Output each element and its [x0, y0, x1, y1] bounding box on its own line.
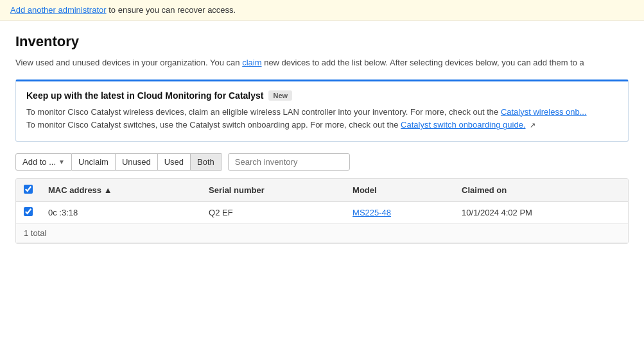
- new-badge: New: [268, 90, 292, 101]
- mac-address-header-label: MAC address ▲: [48, 185, 112, 195]
- claim-link[interactable]: claim: [242, 58, 261, 67]
- table-footer-row: 1 total: [16, 224, 628, 243]
- select-all-checkbox[interactable]: [24, 185, 33, 194]
- row-claimed-on: 10/1/2024 4:02 PM: [454, 202, 628, 224]
- header-checkbox-col: [16, 179, 40, 202]
- filter-both-button[interactable]: Both: [191, 153, 222, 171]
- main-content: Inventory View used and unused devices i…: [0, 21, 644, 257]
- model-header-label: Model: [352, 185, 377, 195]
- page-description: View used and unused devices in your org…: [15, 56, 629, 69]
- info-box-body: To monitor Cisco Catalyst wireless devic…: [26, 106, 618, 133]
- toolbar: Add to ... ▼ Unclaim Unused Used Both: [15, 153, 629, 171]
- inventory-table: MAC address ▲ Serial number Model Claime…: [16, 179, 628, 243]
- row-model: MS225-48: [345, 202, 454, 224]
- model-link[interactable]: MS225-48: [352, 208, 391, 217]
- info-line-2-text: To monitor Cisco Catalyst switches, use …: [26, 120, 401, 130]
- info-line-2: To monitor Cisco Catalyst switches, use …: [26, 119, 618, 132]
- search-box[interactable]: [228, 153, 350, 171]
- serial-number-header-label: Serial number: [209, 185, 265, 195]
- inventory-table-container: MAC address ▲ Serial number Model Claime…: [15, 178, 629, 244]
- table-header: MAC address ▲ Serial number Model Claime…: [16, 179, 628, 202]
- ext-link-icon: ↗: [530, 121, 535, 129]
- page-title: Inventory: [15, 33, 629, 50]
- row-mac-address: 0c :3:18: [40, 202, 201, 224]
- header-serial-number[interactable]: Serial number: [201, 179, 345, 202]
- header-model[interactable]: Model: [345, 179, 454, 202]
- row-checkbox-cell: [16, 202, 40, 224]
- info-line-1: To monitor Cisco Catalyst wireless devic…: [26, 106, 618, 119]
- total-count: 1 total: [16, 224, 628, 243]
- chevron-down-icon: ▼: [58, 158, 65, 165]
- claimed-on-header-label: Claimed on: [462, 185, 507, 195]
- mac-part-1: 0c: [48, 208, 57, 217]
- info-box: Keep up with the latest in Cloud Monitor…: [15, 80, 629, 142]
- unclaim-button[interactable]: Unclaim: [72, 153, 116, 171]
- serial-part-2: EF: [222, 208, 233, 217]
- desc-text-1: View used and unused devices in your org…: [15, 58, 242, 67]
- header-mac-address[interactable]: MAC address ▲: [40, 179, 201, 202]
- search-input[interactable]: [235, 157, 343, 167]
- catalyst-wireless-link[interactable]: Catalyst wireless onb...: [501, 107, 587, 117]
- info-box-heading: Keep up with the latest in Cloud Monitor…: [26, 90, 263, 101]
- table-body: 0c :3:18 Q2 EF MS225-48 10/1/2024 4:02 P…: [16, 202, 628, 243]
- row-checkbox[interactable]: [24, 207, 33, 216]
- table-row: 0c :3:18 Q2 EF MS225-48 10/1/2024 4:02 P…: [16, 202, 628, 224]
- catalyst-switch-link[interactable]: Catalyst switch onboarding guide.: [401, 120, 525, 130]
- info-line-1-text: To monitor Cisco Catalyst wireless devic…: [26, 107, 501, 117]
- filter-used-button[interactable]: Used: [158, 153, 191, 171]
- add-admin-link[interactable]: Add another administrator: [10, 5, 107, 15]
- desc-text-2: new devices to add the list below. After…: [264, 58, 584, 67]
- banner-text: to ensure you can recover access.: [109, 5, 236, 15]
- filter-unused-button[interactable]: Unused: [116, 153, 158, 171]
- add-to-button[interactable]: Add to ... ▼: [15, 153, 72, 171]
- info-box-title: Keep up with the latest in Cloud Monitor…: [26, 90, 618, 101]
- mac-part-2: :3:18: [59, 208, 78, 217]
- top-banner: Add another administrator to ensure you …: [0, 0, 644, 21]
- add-to-label: Add to ...: [22, 157, 56, 167]
- serial-part-1: Q2: [209, 208, 220, 217]
- row-serial-number: Q2 EF: [201, 202, 345, 224]
- header-claimed-on[interactable]: Claimed on: [454, 179, 628, 202]
